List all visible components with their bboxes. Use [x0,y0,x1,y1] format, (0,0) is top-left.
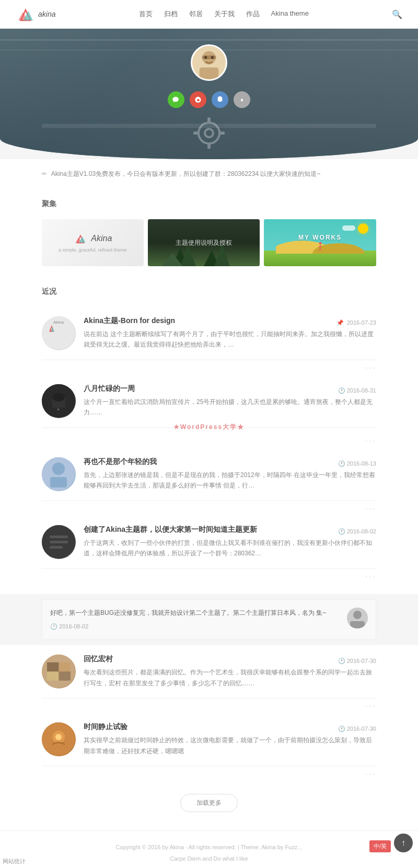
post-thumbnail-2: ▶ [42,384,76,418]
post-header-4: 创建了Akina主题群，以便大家第一时间知道主题更新 🕐 2016-08-02 [84,525,376,538]
post-date-text-5: 2016-07-30 [347,658,376,664]
main-nav: 首页 归档 邻居 关于我 作品 Akina theme [139,9,309,19]
footer-copyright: Copyright © 2016 by Akina · All rights r… [42,841,376,853]
post-header-3: 再也不是那个年轻的我 🕐 2016-08-13 [84,457,376,470]
scroll-top-icon: ↑ [401,838,405,848]
post-title-1[interactable]: Akina主题-Born for design [84,316,175,326]
card-theme-title: 主题使用说明及授权 [176,238,232,247]
post-item-5: 回忆宏村 🕐 2016-07-30 每次看到这些照片，都是满满的回忆。作为一个艺… [42,645,376,698]
post-thumbnail-1: Akina [42,316,76,350]
footer: Copyright © 2016 by Akina · All rights r… [0,830,418,868]
post-title-3[interactable]: 再也不是那个年轻的我 [84,457,157,467]
clock-icon-3: 🕐 [338,460,345,467]
announcement: ✏ Akina主题V1.03免费发布，今日会有版本更新，所以创建了群：28036… [0,159,418,189]
svg-rect-13 [218,132,225,135]
post-excerpt-4: 介于这两天，收到了一些小伙伴的打赏，但是微信上我又看不到谁在催打的，我没有更新小… [84,538,376,559]
featured-section: 聚集 Akina a simple, graceful, refined the… [0,189,418,277]
clock-icon-2: 🕐 [338,387,345,394]
svg-rect-8 [202,55,216,59]
post-excerpt-3: 首先，上边那张迷的镜是我，但是不是现在的我，拍摄于2012年，时隔四年 在这毕业… [84,470,376,491]
featured-card-theme[interactable]: 主题使用说明及授权 [148,219,260,266]
nav-works[interactable]: 作品 [246,9,260,19]
post-content-3: 再也不是那个年轻的我 🕐 2016-08-13 首先，上边那张迷的镜是我，但是不… [84,457,376,491]
card-logo-icon [73,233,88,244]
nav-archive[interactable]: 归档 [164,9,178,19]
nav-home[interactable]: 首页 [139,9,153,19]
post-content-5: 回忆宏村 🕐 2016-07-30 每次看到这些照片，都是满满的回忆。作为一个艺… [84,655,376,688]
search-icon[interactable]: 🔍 [392,9,402,19]
svg-point-37 [52,393,65,401]
post-title-4[interactable]: 创建了Akina主题群，以便大家第一时间知道主题更新 [84,525,257,534]
post-date-6: 🕐 2016-07-30 [338,726,376,732]
announcement-text: Akina主题V1.03免费发布，今日会有版本更新，所以创建了群：2803622… [51,170,321,177]
featured-card-works[interactable]: MY WORKS [264,219,376,266]
comment-avatar-img [347,608,368,628]
qq-button[interactable] [212,91,228,108]
svg-rect-48 [350,621,365,628]
post-header-2: 八月忙碌的一周 🕐 2016-08-31 [84,384,376,397]
more-social-button[interactable]: ♦ [234,91,250,108]
post-title-2[interactable]: 八月忙碌的一周 [84,384,135,394]
post-item-2: ▶ 八月忙碌的一周 🕐 2016-08-31 这个月一直忙着给武汉消防局拍宣传片… [42,375,376,428]
post-excerpt-5: 每次看到这些照片，都是满满的回忆。作为一个艺术生，我很庆幸能够有机会跟整个系的同… [84,667,376,688]
site-stats-link[interactable]: 网站统计 [3,858,26,865]
svg-point-40 [52,462,65,475]
more-dots-5: ··· [365,701,376,710]
gear-decoration [188,112,230,154]
svg-rect-10 [207,117,211,124]
load-more-button[interactable]: 加载更多 [180,794,238,812]
more-icon: ♦ [240,97,243,103]
svg-rect-43 [50,536,68,538]
comment-clock-icon: 🕐 [50,623,57,629]
person-icon [317,242,323,251]
svg-rect-5 [200,67,219,79]
hero-section: ♦ [0,29,418,159]
nav-theme[interactable]: Akina theme [271,9,309,19]
cloud-icon [342,225,355,231]
svg-point-24 [319,242,321,245]
post-thumbnail-6 [42,722,76,756]
scroll-top-button[interactable]: ↑ [394,834,413,852]
comment-block: 好吧，第一个主题BUG还没修复完，我就开始设计第二个主题了。第二个主题打算日本风… [42,599,376,640]
header: akina 首页 归档 邻居 关于我 作品 Akina theme 🔍 [0,0,418,29]
clock-icon-5: 🕐 [338,658,345,664]
post-thumb-img-6 [42,722,76,756]
post-date-1: 📌 2016-07-23 [336,319,376,326]
logo[interactable]: akina [16,6,55,22]
post-date-text-3: 2016-08-13 [347,460,376,467]
post-title-6[interactable]: 时间静止试验 [84,722,127,732]
wechat-button[interactable] [168,91,184,108]
post-title-5[interactable]: 回忆宏村 [84,655,113,664]
deco-line-1 [0,39,418,41]
card-works-title: MY WORKS [298,234,342,241]
post-content-1: Akina主题-Born for design 📌 2016-07-23 说在前… [84,316,376,350]
card-logo-row: Akina [73,233,112,244]
recent-title: 近况 [42,287,376,299]
weibo-button[interactable] [190,91,206,108]
avatar-image [192,44,226,81]
post-more-4: ··· [42,569,376,584]
post-item-3: 再也不是那个年轻的我 🕐 2016-08-13 首先，上边那张迷的镜是我，但是不… [42,448,376,501]
more-dots-1: ··· [365,363,376,372]
featured-card-akina[interactable]: Akina a simple, graceful, refined theme [42,219,144,266]
svg-line-29 [320,248,322,251]
post-date-4: 🕐 2016-08-02 [338,528,376,535]
post-excerpt-6: 其实很早之前就做过时间静止的特效，这次微电影需要，就做了一个，由于前期拍摄没怎么… [84,735,376,756]
svg-text:Akina: Akina [53,320,64,325]
nav-neighbor[interactable]: 邻居 [189,9,203,19]
post-date-2: 🕐 2016-08-31 [338,387,376,394]
comment-date: 🕐 2016-08-02 [50,622,341,632]
post-more-3: ··· [42,501,376,516]
post-thumb-img-1: Akina [42,316,76,350]
post-more-5: ··· [42,698,376,713]
nav-about[interactable]: 关于我 [214,9,235,19]
more-dots-3: ··· [365,504,376,513]
sun-icon [358,223,368,234]
person-silhouette [317,242,323,253]
footer-tagline: Carpe Diem and Do what I like [42,853,376,864]
svg-rect-51 [47,662,59,671]
post-header-5: 回忆宏村 🕐 2016-07-30 [84,655,376,667]
post-thumb-img-2: ▶ [42,384,76,418]
post-date-text-2: 2016-08-31 [347,387,376,394]
lang-button[interactable]: 中/英 [369,840,391,852]
